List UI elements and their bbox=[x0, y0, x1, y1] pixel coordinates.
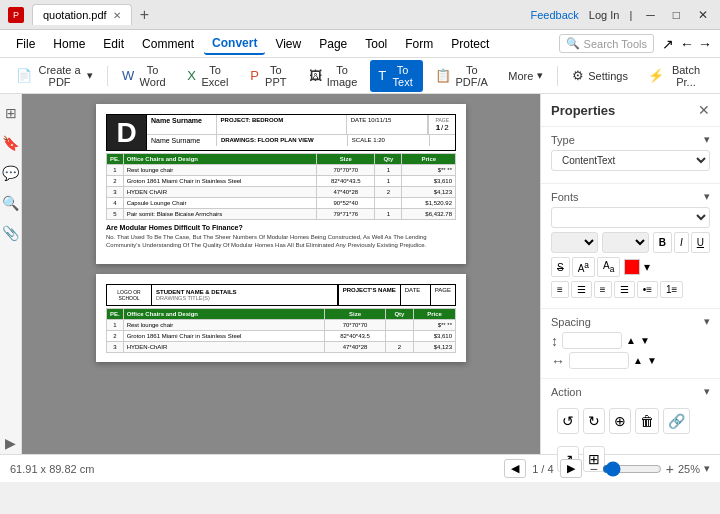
login-link[interactable]: Log In bbox=[589, 9, 620, 21]
font-effects-buttons: S Aa Aa bbox=[551, 257, 620, 277]
col-price-header: Price bbox=[402, 154, 456, 165]
search-icon: 🔍 bbox=[566, 37, 580, 50]
row-size: 47*40*28 bbox=[317, 187, 375, 198]
action-section-header[interactable]: Action ▾ bbox=[551, 385, 710, 398]
font-family-select[interactable] bbox=[551, 207, 710, 228]
to-excel-label: To Excel bbox=[200, 64, 230, 88]
to-word-label: To Word bbox=[138, 64, 167, 88]
zoom-plus-button[interactable]: + bbox=[666, 461, 674, 477]
menu-page[interactable]: Page bbox=[311, 34, 355, 54]
logo-letter: D bbox=[116, 117, 136, 149]
statusbar-right: ◀ 1 / 4 ▶ − + 25% ▾ bbox=[504, 459, 710, 478]
menu-view[interactable]: View bbox=[267, 34, 309, 54]
subscript-button[interactable]: Aa bbox=[597, 257, 620, 277]
to-pdfa-button[interactable]: 📋 To PDF/A bbox=[427, 60, 496, 92]
italic-button[interactable]: I bbox=[674, 232, 689, 253]
to-ppt-button[interactable]: P To PPT bbox=[242, 60, 297, 92]
color-row: ▾ bbox=[624, 257, 650, 277]
type-select[interactable]: ContentText bbox=[551, 150, 710, 171]
maximize-button[interactable]: □ bbox=[669, 8, 684, 22]
drawings-value: DRAWINGS: FLOOR PLAN VIEW bbox=[221, 137, 343, 143]
search-tools[interactable]: 🔍 Search Tools bbox=[559, 34, 654, 53]
align-justify-button[interactable]: ☰ bbox=[614, 281, 635, 298]
font-effects-row: S Aa Aa ▾ bbox=[551, 257, 710, 277]
sidebar-comment-icon[interactable]: 💬 bbox=[0, 162, 22, 184]
table-row: 3 HYDEN-ChAIR 47*40*28 2 $4,123 bbox=[107, 341, 456, 352]
to-excel-button[interactable]: X To Excel bbox=[179, 60, 238, 92]
minimize-button[interactable]: ─ bbox=[642, 8, 659, 22]
menu-protect[interactable]: Protect bbox=[443, 34, 497, 54]
batch-process-button[interactable]: ⚡ Batch Pr... bbox=[640, 60, 712, 92]
font-color-dropdown-icon: ▾ bbox=[644, 260, 650, 274]
feedback-link[interactable]: Feedback bbox=[530, 9, 578, 21]
action-link-button[interactable]: 🔗 bbox=[663, 408, 690, 434]
to-word-button[interactable]: W To Word bbox=[114, 60, 175, 92]
next-page-button[interactable]: ▶ bbox=[560, 459, 582, 478]
action-undo-button[interactable]: ↺ bbox=[557, 408, 579, 434]
zoom-slider[interactable] bbox=[602, 461, 662, 477]
row-name: Rest lounge chair bbox=[123, 165, 316, 176]
new-tab-button[interactable]: + bbox=[140, 6, 149, 24]
to-image-button[interactable]: 🖼 To Image bbox=[301, 60, 366, 92]
font-size-select[interactable] bbox=[551, 232, 598, 253]
list-number-button[interactable]: 1≡ bbox=[660, 281, 683, 298]
page-spacer bbox=[430, 135, 455, 146]
font-color-swatch[interactable] bbox=[624, 259, 640, 275]
align-center-button[interactable]: ☰ bbox=[571, 281, 592, 298]
align-left-button[interactable]: ≡ bbox=[551, 281, 569, 298]
tab-close-button[interactable]: ✕ bbox=[113, 10, 121, 21]
spacing-section-header[interactable]: Spacing ▾ bbox=[551, 315, 710, 328]
line-spacing-up[interactable]: ▲ bbox=[626, 335, 636, 346]
sidebar-search-icon[interactable]: 🔍 bbox=[0, 192, 22, 214]
page-navigation: ◀ 1 / 4 ▶ bbox=[504, 459, 581, 478]
prev-page-button[interactable]: ◀ bbox=[504, 459, 526, 478]
word-icon: W bbox=[122, 68, 134, 83]
sidebar-attachment-icon[interactable]: 📎 bbox=[0, 222, 22, 244]
create-pdf-button[interactable]: 📄 Create a PDF ▾ bbox=[8, 60, 101, 92]
close-button[interactable]: ✕ bbox=[694, 8, 712, 22]
fonts-section-header[interactable]: Fonts ▾ bbox=[551, 190, 710, 203]
font-family-row bbox=[551, 207, 710, 228]
more-button[interactable]: More ▾ bbox=[500, 65, 551, 86]
left-sidebar: ⊞ 🔖 💬 🔍 📎 ▶ bbox=[0, 94, 22, 454]
align-right-button[interactable]: ≡ bbox=[594, 281, 612, 298]
type-section-header[interactable]: Type ▾ bbox=[551, 133, 710, 146]
sidebar-thumbnail-icon[interactable]: ⊞ bbox=[2, 102, 20, 124]
action-copy-button[interactable]: ⊕ bbox=[609, 408, 631, 434]
menu-comment[interactable]: Comment bbox=[134, 34, 202, 54]
convert-toolbar: 📄 Create a PDF ▾ W To Word X To Excel P … bbox=[0, 58, 720, 94]
back-icon[interactable]: ← bbox=[680, 36, 694, 52]
char-spacing-up[interactable]: ▲ bbox=[633, 355, 643, 366]
panel-close-button[interactable]: ✕ bbox=[698, 102, 710, 118]
bold-button[interactable]: B bbox=[653, 232, 672, 253]
sidebar-expand-icon[interactable]: ▶ bbox=[2, 432, 19, 454]
char-spacing-input[interactable] bbox=[569, 352, 629, 369]
menu-convert[interactable]: Convert bbox=[204, 33, 265, 55]
zoom-dropdown-icon[interactable]: ▾ bbox=[704, 462, 710, 475]
document-area[interactable]: D Name Surname PROJECT: BEDROOM DATE 10/… bbox=[22, 94, 540, 454]
line-spacing-input[interactable] bbox=[562, 332, 622, 349]
font-unit-select[interactable] bbox=[602, 232, 649, 253]
list-bullet-button[interactable]: •≡ bbox=[637, 281, 658, 298]
menu-form[interactable]: Form bbox=[397, 34, 441, 54]
action-redo-button[interactable]: ↻ bbox=[583, 408, 605, 434]
document-tab[interactable]: quotation.pdf ✕ bbox=[32, 4, 132, 25]
settings-button[interactable]: ⚙ Settings bbox=[564, 64, 636, 87]
action-delete-button[interactable]: 🗑 bbox=[635, 408, 659, 434]
line-spacing-down[interactable]: ▼ bbox=[640, 335, 650, 346]
superscript-button[interactable]: Aa bbox=[572, 257, 595, 277]
to-text-button[interactable]: T To Text bbox=[370, 60, 423, 92]
external-link-icon[interactable]: ↗ bbox=[662, 36, 674, 52]
row-name: Groton 1861 Miami Chair in Stainless Ste… bbox=[123, 176, 316, 187]
underline-button[interactable]: U bbox=[691, 232, 710, 253]
doc-logo: D bbox=[107, 115, 147, 150]
menu-file[interactable]: File bbox=[8, 34, 43, 54]
char-spacing-down[interactable]: ▼ bbox=[647, 355, 657, 366]
sidebar-bookmark-icon[interactable]: 🔖 bbox=[0, 132, 22, 154]
menu-tool[interactable]: Tool bbox=[357, 34, 395, 54]
menu-home[interactable]: Home bbox=[45, 34, 93, 54]
menu-edit[interactable]: Edit bbox=[95, 34, 132, 54]
strikethrough-button[interactable]: S bbox=[551, 257, 570, 277]
forward-icon[interactable]: → bbox=[698, 36, 712, 52]
zoom-minus-button[interactable]: − bbox=[590, 461, 598, 477]
